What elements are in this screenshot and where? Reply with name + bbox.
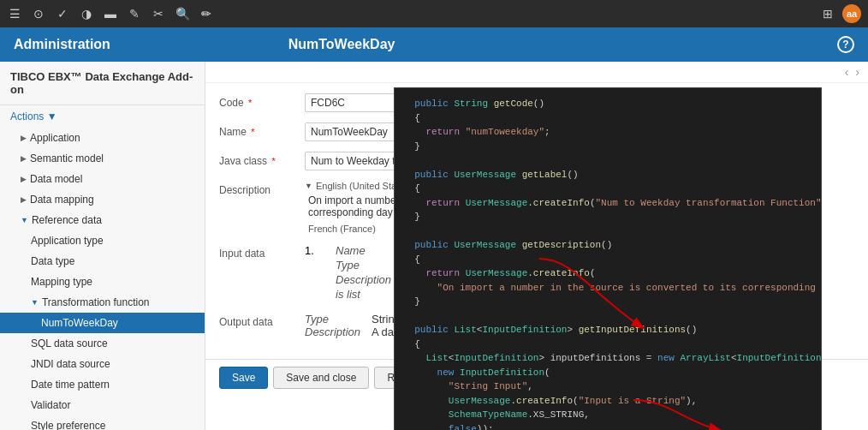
code-line-1: public String getCode() — [403, 97, 812, 111]
sidebar-item-data-type[interactable]: Data type — [0, 251, 205, 272]
save-button[interactable]: Save — [219, 367, 268, 389]
check-icon[interactable]: ✓ — [55, 6, 70, 21]
code-line-24: false)); — [403, 422, 812, 431]
sidebar-item-style[interactable]: Style preference — [0, 415, 205, 430]
sidebar-label-mapping-type: Mapping type — [31, 276, 92, 288]
page-title: NumToWeekDay — [288, 37, 837, 52]
top-toolbar: ☰ ⊙ ✓ ◑ ▬ ✎ ✂ 🔍 ✏ ⊞ aa — [0, 0, 868, 27]
sidebar-label-style: Style preference — [31, 420, 105, 430]
sidebar-label-app-type: Application type — [31, 235, 104, 247]
sidebar-label-data-type: Data type — [31, 255, 74, 267]
sidebar-item-data-mapping[interactable]: ▶ Data mapping — [0, 189, 205, 210]
help-button[interactable]: ? — [837, 36, 854, 53]
code-line-22: UserMessage.createInfo("Input is a Strin… — [403, 394, 812, 409]
java-class-label: Java class * — [219, 152, 305, 167]
sidebar-item-jndi-source[interactable]: JNDI data source — [0, 354, 205, 374]
code-overlay: public String getCode() { return "numTow… — [394, 87, 822, 430]
chevron-down-icon: ▼ — [305, 182, 312, 190]
chevron-down-icon: ▼ — [31, 298, 39, 307]
code-label: Code * — [219, 93, 305, 109]
code-line-7: { — [403, 182, 812, 196]
grid-icon[interactable]: ⊞ — [820, 6, 835, 21]
code-line-6: public UserMessage getLabel() — [403, 168, 812, 182]
code-line-8: return UserMessage.createInfo("Num to We… — [403, 196, 812, 211]
code-line-3: return "numToweekday"; — [403, 125, 812, 140]
sidebar-label-transform: Transformation function — [42, 296, 150, 308]
code-line-16 — [403, 309, 812, 324]
code-line-14: "On import a number in the source is con… — [403, 281, 812, 296]
chevron-right-icon: ▶ — [21, 195, 27, 204]
input-num: 1. — [305, 244, 322, 301]
main-layout: TIBCO EBX™ Data Exchange Add-on Actions … — [0, 62, 868, 430]
code-line-5 — [403, 153, 812, 168]
sidebar-item-data-model[interactable]: ▶ Data model — [0, 169, 205, 189]
nav-forward-button[interactable]: › — [853, 65, 861, 79]
cut-icon[interactable]: ✂ — [151, 6, 166, 21]
sidebar-label-data-model: Data model — [30, 173, 82, 185]
sidebar-item-mapping-type[interactable]: Mapping type — [0, 272, 205, 292]
sidebar-item-datetime[interactable]: Date time pattern — [0, 374, 205, 395]
clock-icon[interactable]: ◑ — [79, 6, 94, 21]
output-data-label: Output data — [219, 313, 305, 328]
search-icon[interactable]: 🔍 — [175, 6, 190, 21]
edit-icon[interactable]: ✎ — [127, 6, 142, 21]
code-line-18: { — [403, 337, 812, 352]
sidebar-item-reference-data[interactable]: ▼ Reference data — [0, 210, 205, 230]
sidebar-item-validator[interactable]: Validator — [0, 395, 205, 415]
nav-arrows: ‹ › — [205, 62, 868, 83]
code-line-21: "String Input", — [403, 379, 812, 394]
pen-icon[interactable]: ✏ — [199, 6, 214, 21]
sidebar-item-transformation-function[interactable]: ▼ Transformation function — [0, 292, 205, 313]
nav-back-button[interactable]: ‹ — [843, 65, 851, 79]
input-data-label: Input data — [219, 244, 305, 260]
save-close-button[interactable]: Save and close — [273, 367, 369, 389]
code-line-2: { — [403, 111, 812, 126]
chevron-right-icon: ▶ — [21, 175, 27, 183]
code-line-10 — [403, 224, 812, 239]
code-line-23: SchemaTypeName.XS_STRING, — [403, 408, 812, 422]
avatar[interactable]: aa — [842, 4, 861, 23]
code-line-19: List<InputDefinition> inputDefinitions =… — [403, 351, 812, 366]
code-line-11: public UserMessage getDescription() — [403, 238, 812, 253]
content-area: ‹ › Code * Name * — [205, 62, 868, 430]
sidebar-item-application[interactable]: ▶ Application — [0, 128, 205, 148]
chevron-right-icon: ▶ — [21, 154, 27, 163]
home-icon[interactable]: ⊙ — [31, 6, 46, 21]
sidebar-item-application-type[interactable]: Application type — [0, 230, 205, 251]
admin-title: Administration — [14, 37, 288, 52]
sidebar-app-title: TIBCO EBX™ Data Exchange Add-on — [0, 62, 205, 105]
chevron-down-icon: ▼ — [21, 216, 28, 224]
chevron-right-icon: ▶ — [21, 134, 27, 142]
code-line-12: { — [403, 253, 812, 267]
sidebar-label-data-mapping: Data mapping — [30, 194, 94, 206]
header-bar: Administration NumToWeekDay ? — [0, 27, 868, 62]
sidebar-label-application: Application — [30, 132, 80, 144]
code-line-9: } — [403, 210, 812, 224]
sidebar-actions[interactable]: Actions ▼ — [0, 105, 205, 128]
sidebar-label-sql: SQL data source — [31, 337, 108, 349]
code-line-17: public List<InputDefinition> getInputDef… — [403, 323, 812, 337]
list-icon[interactable]: ▬ — [103, 6, 118, 21]
code-line-4: } — [403, 140, 812, 154]
menu-icon[interactable]: ☰ — [7, 6, 22, 21]
sidebar-item-numtoweekday[interactable]: NumToWeekDay — [0, 313, 205, 333]
sidebar-label-semantic: Semantic model — [30, 152, 104, 164]
sidebar-label-jndi: JNDI data source — [31, 358, 110, 370]
name-label: Name * — [219, 122, 305, 138]
sidebar: TIBCO EBX™ Data Exchange Add-on Actions … — [0, 62, 205, 430]
sidebar-label-validator: Validator — [31, 399, 70, 411]
sidebar-item-semantic-model[interactable]: ▶ Semantic model — [0, 148, 205, 169]
sidebar-label-reference-data: Reference data — [32, 214, 102, 226]
code-line-20: new InputDefinition( — [403, 366, 812, 380]
description-label: Description — [219, 181, 305, 196]
code-line-15: } — [403, 295, 812, 309]
sidebar-label-datetime: Date time pattern — [31, 379, 110, 391]
code-line-13: return UserMessage.createInfo( — [403, 266, 812, 281]
sidebar-item-sql-source[interactable]: SQL data source — [0, 333, 205, 354]
sidebar-label-numtoweekday: NumToWeekDay — [41, 317, 118, 329]
